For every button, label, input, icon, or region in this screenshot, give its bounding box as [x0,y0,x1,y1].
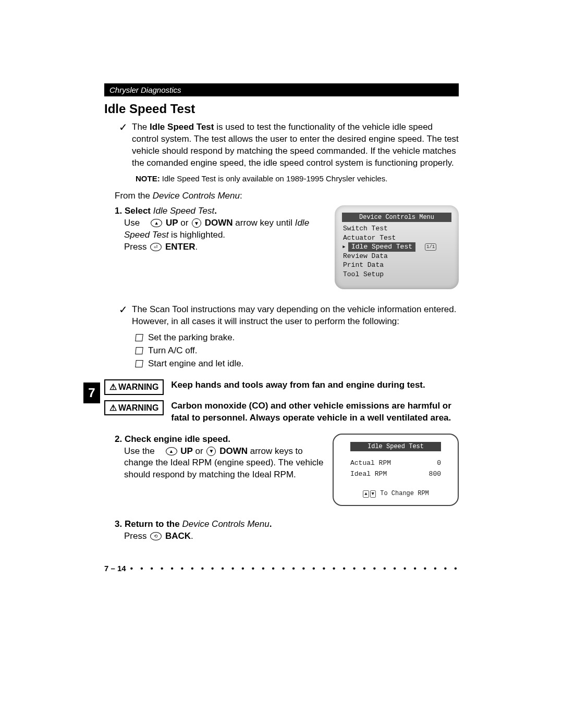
checklist-0-text: Set the parking brake. [148,332,235,344]
from-post: : [240,191,242,201]
up-arrow-icon: ▲ [151,219,162,227]
checklist-item-2: Start engine and let idle. [136,358,459,370]
screen2-row1-value: 800 [429,470,441,479]
back-key-icon: ⟲ [150,532,162,540]
step2-use: Use the [124,446,155,456]
step1-enter: ENTER [165,242,195,252]
step1-down: DOWN [205,218,233,228]
up-small-icon: ▲ [363,490,369,498]
screen-device-controls: Device Controls Menu Switch Test Actuato… [335,205,459,289]
intro-block: ✓ The Idle Speed Test is used to test th… [119,121,459,169]
checklist-item-1: Turn A/C off. [136,345,459,357]
chapter-tab: 7 [83,382,100,403]
checklist-item-0: Set the parking brake. [136,332,459,344]
step3-heading-b: Device Controls Menu [182,519,269,529]
down-arrow-icon: ▼ [192,218,201,228]
step1-l2d: is highlighted. [168,230,225,240]
vary-text: The Scan Tool instructions may vary depe… [132,304,459,328]
checkbox-icon [135,334,143,341]
from-line: From the Device Controls Menu: [115,190,459,202]
screen1-item-2-row: ▸ Idle Speed Test 1/1 [342,242,451,252]
step1-use: Use [124,218,140,228]
checkbox-icon [135,347,143,354]
screen1-title: Device Controls Menu [342,213,451,222]
screen2-footer: ▲▼ To Change RPM [341,489,450,498]
step-1-text: 1. Select Idle Speed Test. Use ▲ UP or ▼… [115,205,335,253]
screen1-item-3: Review Data [342,252,451,261]
note: NOTE: Idle Speed Test is only available … [136,174,459,184]
step1-or: or [178,218,191,228]
screen2-footer-text: To Change RPM [380,490,429,497]
note-text: Idle Speed Test is only available on 198… [160,174,388,183]
down-arrow-icon: ▼ [206,447,216,456]
step1-select: Select [125,206,151,216]
check-icon: ✓ [119,121,128,133]
screen-idle-speed: Idle Speed Test Actual RPM0 Ideal RPM800… [333,434,459,506]
down-small-icon: ▼ [370,490,376,498]
step2-down: DOWN [219,446,248,456]
step2-up: UP [180,446,193,456]
step2-heading: Check engine idle speed. [125,434,230,444]
screen1-balloon: 1/1 [425,243,436,251]
checklist-1-text: Turn A/C off. [148,345,198,357]
screen1-item-2: Idle Speed Test [348,242,415,252]
step1-press: Press [124,242,149,252]
page-number-row: 7 – 14 • • • • • • • • • • • • • • • • •… [104,563,459,574]
enter-key-icon: ⏎ [150,243,162,251]
step2-num: 2. [115,434,122,444]
step1-up: UP [166,218,178,228]
screen2-row1-label: Ideal RPM [350,470,387,479]
screen1-item-4: Print Data [342,261,451,270]
screen2-row-1: Ideal RPM800 [341,468,450,480]
from-pre: From the [115,191,153,201]
content: ✓ The Idle Speed Test is used to test th… [104,121,459,574]
checkbox-icon [135,360,143,367]
step3-heading-a: Return to the [125,519,182,529]
intro-pre: The [132,122,150,132]
screen2-row0-label: Actual RPM [350,459,391,468]
vary-block: ✓ The Scan Tool instructions may vary de… [119,304,459,328]
step1-l2b: arrow key until [233,218,295,228]
step3-press: Press [124,531,149,541]
step3-num: 3. [115,519,122,529]
page-dots: • • • • • • • • • • • • • • • • • • • • … [126,563,459,574]
step-1-block: 1. Select Idle Speed Test. Use ▲ UP or ▼… [104,205,459,289]
page-title: Idle Speed Test [104,102,459,116]
step-3-block: 3. Return to the Device Controls Menu. P… [115,519,459,542]
intro-text: The Idle Speed Test is used to test the … [132,121,459,169]
up-arrow-icon: ▲ [166,447,177,455]
screen1-item-1: Actuator Test [342,233,451,243]
step2-or: or [193,446,206,456]
check-icon: ✓ [119,304,128,315]
warning-row-1: ⚠WARNING Keep hands and tools away from … [104,379,459,395]
warning-triangle-icon: ⚠ [109,402,117,414]
warning-triangle-icon: ⚠ [109,381,117,393]
step-2-block: 2. Check engine idle speed. Use the ▲ UP… [104,434,459,506]
from-italic: Device Controls Menu [153,191,240,201]
warning-badge: ⚠WARNING [104,379,164,395]
page: Chrysler Diagnostics Idle Speed Test ✓ T… [0,0,563,626]
step1-target: Idle Speed Test [153,206,215,216]
warning-row-2: ⚠WARNING Carbon monoxide (CO) and other … [104,400,459,424]
screen1-item-0: Switch Test [342,224,451,233]
checklist-2-text: Start engine and let idle. [148,358,243,370]
warning-section: 7 ⚠WARNING Keep hands and tools away fro… [104,379,459,424]
step-2-text: 2. Check engine idle speed. Use the ▲ UP… [115,434,333,482]
warning-text-2: Carbon monoxide (CO) and other vehicle e… [171,400,459,424]
intro-bold: Idle Speed Test [150,122,214,132]
page-number: 7 – 14 [104,563,126,574]
pointer-icon: ▸ [342,242,347,252]
screen1-item-5: Tool Setup [342,270,451,279]
warning-text-1: Keep hands and tools away from fan and e… [171,379,459,391]
warning-label-1: WARNING [118,381,158,393]
screen2-title: Idle Speed Test [350,442,441,451]
note-label: NOTE: [136,174,160,183]
breadcrumb: Chrysler Diagnostics [104,83,459,96]
screen2-row-0: Actual RPM0 [341,458,450,469]
screen2-row0-value: 0 [437,459,441,468]
warning-badge: ⚠WARNING [104,400,164,416]
step1-num: 1. [115,206,122,216]
warning-label-2: WARNING [118,402,158,414]
step3-back: BACK [165,531,191,541]
